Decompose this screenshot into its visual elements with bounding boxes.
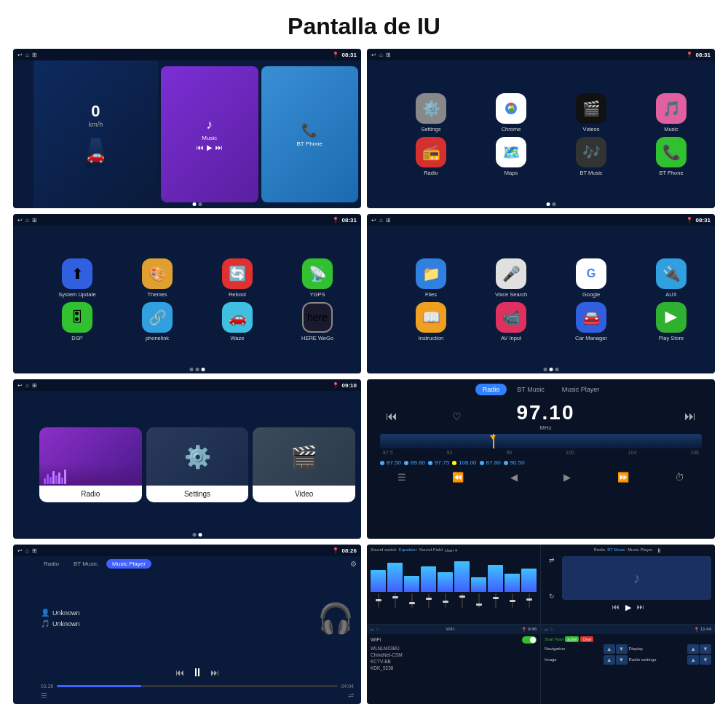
mv-tab-btmusic[interactable]: BT Music xyxy=(607,547,625,554)
preset-5[interactable]: 87.80 xyxy=(480,459,501,466)
eq-tab-eq[interactable]: Equalizer xyxy=(399,547,417,553)
app-settings[interactable]: ⚙️ Settings xyxy=(393,93,469,132)
preset-1[interactable]: 87.50 xyxy=(380,459,401,466)
tab-radio[interactable]: Radio xyxy=(475,384,507,395)
back-icon[interactable]: ↩ xyxy=(371,217,376,223)
shuffle-icon[interactable]: ⇌ xyxy=(348,692,354,700)
music-widget[interactable]: ♪ Music ⏮ ▶ ⏭ xyxy=(161,66,258,202)
progress-track[interactable] xyxy=(57,685,339,687)
app-google[interactable]: G Google xyxy=(553,258,629,298)
app-chrome[interactable]: Chrome xyxy=(473,93,549,132)
next-btn-r[interactable]: ▶ xyxy=(563,472,571,483)
app-voice[interactable]: 🎤 Voice Search xyxy=(473,258,549,298)
nav-image-down-btn[interactable]: ▼ xyxy=(616,655,628,665)
play-btn[interactable]: ▶ xyxy=(207,143,213,151)
next-station-btn[interactable]: ⏭ xyxy=(684,410,696,423)
prev-btn-r[interactable]: ◀ xyxy=(510,472,518,483)
wifi-network-1[interactable]: WLNLM03BU xyxy=(371,646,537,651)
app-playstore[interactable]: Play Store xyxy=(633,302,709,341)
home-icon[interactable]: ⌂ xyxy=(25,382,29,389)
mv-prev-btn[interactable]: ⏮ xyxy=(612,603,620,612)
slider-9[interactable] xyxy=(505,593,520,608)
apps-icon[interactable]: ⊞ xyxy=(32,52,37,58)
app-carmanager[interactable]: 🚘 Car Manager xyxy=(553,302,629,341)
home-icon[interactable]: ⌂ xyxy=(25,52,29,58)
wifi-network-2[interactable]: ChinaNet-CSM xyxy=(371,652,537,657)
app-aux[interactable]: 🔌 AUX xyxy=(633,258,709,298)
phone-widget[interactable]: 📞 BT Phone xyxy=(261,66,359,202)
app-themes[interactable]: 🎨 Themes xyxy=(119,258,195,298)
app-maps[interactable]: 🗺️ Maps xyxy=(473,137,549,176)
dot-2[interactable] xyxy=(199,202,202,206)
mp-tab-btmusic[interactable]: BT Music xyxy=(68,559,103,569)
ff-btn[interactable]: ⏩ xyxy=(617,472,629,483)
back-icon[interactable]: ↩ xyxy=(17,547,23,554)
tab-musicplayer[interactable]: Music Player xyxy=(555,384,607,395)
nav-image-up-btn[interactable]: ▲ xyxy=(604,655,615,665)
app-waze[interactable]: 🚗 Waze xyxy=(199,302,275,341)
prev-btn[interactable]: ⏮ xyxy=(197,143,204,151)
tab-btmusic[interactable]: BT Music xyxy=(510,384,551,395)
nav-mode-btn[interactable]: ▼ xyxy=(616,644,628,654)
mv-play-btn[interactable]: ▶ xyxy=(625,603,631,612)
slider-7[interactable] xyxy=(471,593,486,608)
back-icon[interactable]: ↩ xyxy=(17,217,23,223)
home-icon[interactable]: ⌂ xyxy=(25,547,29,554)
app-btphone[interactable]: 📞 BT Phone xyxy=(633,137,709,176)
settings-card[interactable]: ⚙️ Settings xyxy=(146,427,249,502)
list-icon[interactable]: ☰ xyxy=(41,692,47,700)
apps-icon[interactable]: ⊞ xyxy=(32,382,37,389)
timer-btn[interactable]: ⏱ xyxy=(675,472,684,483)
mv-pause-icon[interactable]: ⏸ xyxy=(656,547,662,554)
app-music[interactable]: 🎵 Music xyxy=(633,93,709,132)
mp-next-btn[interactable]: ⏭ xyxy=(210,668,219,678)
mv-tab-radio[interactable]: Radio xyxy=(594,547,606,554)
dot-a1[interactable] xyxy=(547,202,550,206)
preset-6[interactable]: 90.50 xyxy=(504,459,525,466)
slider-5[interactable] xyxy=(438,593,453,608)
prev-station-btn[interactable]: ⏮ xyxy=(386,410,397,423)
home-icon[interactable]: ⌂ xyxy=(379,52,383,58)
radio-card[interactable]: Radio xyxy=(39,427,142,502)
slider-1[interactable] xyxy=(371,593,386,608)
app-instruction[interactable]: 📖 Instruction xyxy=(393,302,469,341)
app-files[interactable]: 📁 Files xyxy=(393,258,469,298)
eq-tab-soundfield[interactable]: Sound Field xyxy=(419,547,443,553)
apps-icon[interactable]: ⊞ xyxy=(386,217,391,223)
app-ygps[interactable]: 📡 YGPS xyxy=(280,258,355,298)
wifi-toggle[interactable] xyxy=(522,636,537,644)
eq-tab-soundswitch[interactable]: Sound switch xyxy=(371,547,397,553)
apps-icon[interactable]: ⊞ xyxy=(386,52,391,58)
dot-c2[interactable] xyxy=(550,368,553,371)
slider-10[interactable] xyxy=(521,593,537,608)
nav-mod-btn[interactable]: ▲ xyxy=(604,644,615,654)
dot-d2[interactable] xyxy=(199,533,202,537)
nav-home-icon[interactable]: ⌂ xyxy=(550,627,553,631)
slider-6[interactable] xyxy=(454,593,470,608)
dot-b2[interactable] xyxy=(196,368,199,371)
nav-back-icon[interactable]: ↩ xyxy=(545,627,548,632)
apps-icon[interactable]: ⊞ xyxy=(32,547,37,554)
back-icon[interactable]: ↩ xyxy=(371,52,376,58)
app-reboot[interactable]: 🔄 Reboot xyxy=(199,258,275,298)
nav-display-down-btn[interactable]: ▼ xyxy=(700,644,711,654)
clear-btn[interactable]: Clear xyxy=(580,636,593,642)
app-phonelink[interactable]: 🔗 phonelink xyxy=(119,302,195,341)
dot-a2[interactable] xyxy=(553,202,556,206)
back-icon[interactable]: ↩ xyxy=(17,52,23,58)
video-card[interactable]: 🎬 Video xyxy=(253,427,355,502)
app-avinput[interactable]: 📹 AV Input xyxy=(473,302,549,341)
app-dsp[interactable]: 🎛 DSP xyxy=(39,302,115,341)
mv-tab-musicplayer[interactable]: Music Player xyxy=(628,547,652,554)
dot-c3[interactable] xyxy=(555,368,559,371)
slider-3[interactable] xyxy=(404,593,419,608)
mv-shuffle-icon[interactable]: ⇌ xyxy=(549,556,555,563)
app-sysupdate[interactable]: ⬆ System Update xyxy=(39,258,115,298)
home-icon[interactable]: ⌂ xyxy=(25,217,29,223)
app-here[interactable]: here HERE WeGo xyxy=(280,302,355,341)
mp-play-btn[interactable]: ⏸ xyxy=(191,666,203,679)
dot-b3[interactable] xyxy=(202,368,205,371)
wifi-network-4[interactable]: KDK_5238 xyxy=(371,665,537,670)
eq-tab-user[interactable]: User ▾ xyxy=(445,547,457,553)
preset-4[interactable]: 108.00 xyxy=(452,459,476,466)
